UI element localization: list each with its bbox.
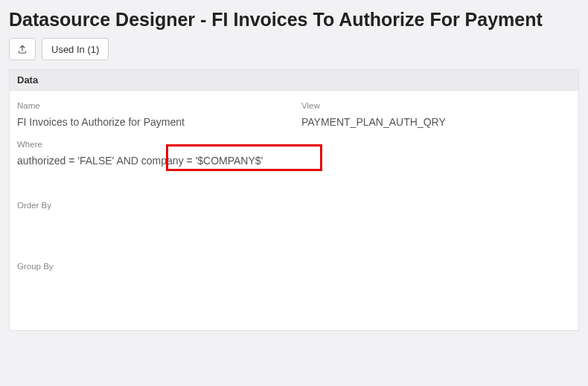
data-panel: Data Name FI Invoices to Authorize for P… bbox=[9, 69, 579, 331]
view-field: View PAYMENT_PLAN_AUTH_QRY bbox=[301, 101, 571, 135]
data-panel-header: Data bbox=[10, 70, 578, 91]
groupby-field: Group By bbox=[17, 262, 571, 317]
where-field: Where authorized = 'FALSE' AND company =… bbox=[17, 140, 571, 195]
name-field: Name FI Invoices to Authorize for Paymen… bbox=[17, 101, 287, 135]
groupby-value[interactable] bbox=[17, 272, 571, 317]
name-value[interactable]: FI Invoices to Authorize for Payment bbox=[17, 112, 287, 135]
view-value[interactable]: PAYMENT_PLAN_AUTH_QRY bbox=[301, 112, 571, 135]
orderby-value[interactable] bbox=[17, 211, 571, 256]
name-label: Name bbox=[17, 101, 287, 110]
groupby-label: Group By bbox=[17, 262, 571, 271]
used-in-button[interactable]: Used In (1) bbox=[42, 38, 109, 60]
used-in-label: Used In (1) bbox=[51, 44, 99, 55]
view-label: View bbox=[301, 101, 571, 110]
page-title: Datasource Designer - FI Invoices To Aut… bbox=[0, 0, 588, 38]
orderby-label: Order By bbox=[17, 201, 571, 210]
export-icon bbox=[17, 44, 28, 54]
export-button[interactable] bbox=[9, 38, 36, 60]
data-panel-body: Name FI Invoices to Authorize for Paymen… bbox=[10, 91, 578, 330]
toolbar: Used In (1) bbox=[0, 38, 588, 69]
where-value[interactable]: authorized = 'FALSE' AND company = '$COM… bbox=[17, 150, 263, 195]
orderby-field: Order By bbox=[17, 201, 571, 256]
where-label: Where bbox=[17, 140, 571, 149]
